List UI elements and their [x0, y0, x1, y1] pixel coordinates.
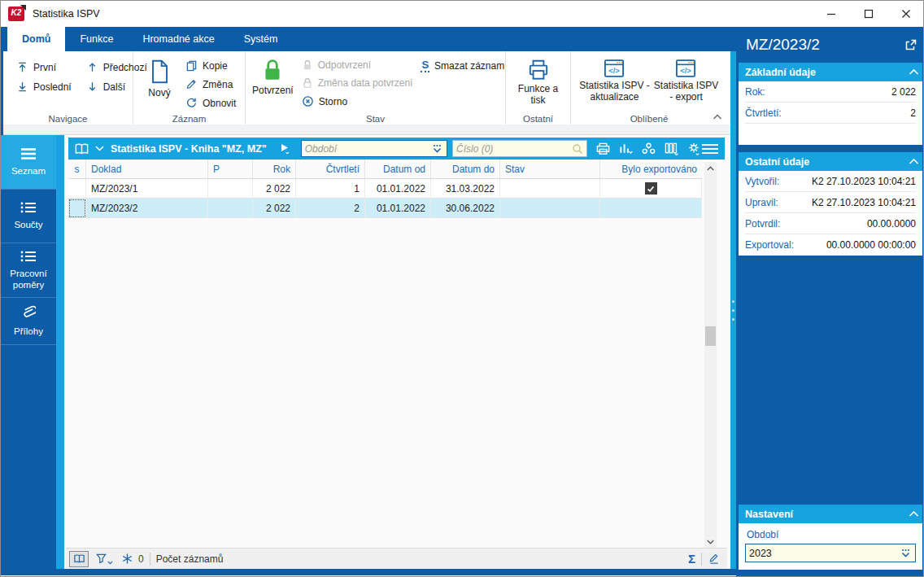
code-window-icon: </> — [674, 58, 697, 79]
collapse-section-icon[interactable] — [909, 68, 919, 76]
table-header-row: s Doklad P Rok Čtvrtletí Datum od Datum … — [68, 160, 702, 179]
col-stav[interactable]: Stav — [500, 160, 600, 178]
new-document-icon — [147, 58, 172, 85]
storno-button[interactable]: Storno — [302, 95, 413, 107]
filter-obdobi — [301, 140, 447, 157]
group-label-zaznam: Záznam — [133, 114, 245, 124]
filter-obdobi-input[interactable] — [305, 143, 431, 155]
tab-domu[interactable]: Domů — [7, 27, 65, 51]
section-ostatni-udaje: Ostatní údaje Vytvořil:K2 27.10.2023 10:… — [739, 152, 922, 256]
statistika-aktualizace-button[interactable]: </> Statistika ISPV - aktualizace — [578, 56, 652, 110]
book-icon[interactable] — [74, 142, 89, 155]
obdobi-combo — [745, 544, 916, 562]
new-button[interactable]: Nový — [140, 56, 179, 110]
settings-gear-icon[interactable] — [686, 142, 701, 155]
refresh-button[interactable]: Obnovit — [185, 97, 236, 109]
panel-splitter[interactable] — [730, 51, 736, 569]
first-button[interactable]: První — [16, 61, 72, 73]
app-window: K2 Statistika ISPV Domů Funkce Hromadné … — [0, 0, 924, 577]
close-button[interactable] — [887, 1, 924, 27]
print-icon[interactable] — [595, 142, 611, 155]
tab-system[interactable]: Systém — [229, 27, 293, 51]
sum-icon[interactable]: Σ — [688, 552, 695, 566]
scroll-down-icon[interactable] — [704, 535, 717, 548]
delete-record-button[interactable]: S Smazat záznam — [421, 59, 504, 72]
svg-text:</>: </> — [609, 67, 621, 75]
detail-panel: MZ/2023/2 Základní údaje Rok:2 022 Čtvrt… — [736, 27, 924, 577]
cancel-circle-icon — [302, 95, 314, 107]
dotted-list-icon — [20, 201, 37, 214]
collapse-section-icon[interactable] — [909, 510, 919, 518]
scroll-up-icon[interactable] — [704, 162, 717, 174]
col-ctvrtleti[interactable]: Čtvrtletí — [296, 160, 365, 178]
play-icon[interactable] — [280, 143, 290, 154]
col-datum-od[interactable]: Datum od — [365, 160, 431, 178]
combo-dropdown-icon[interactable] — [900, 548, 912, 559]
snowflake-icon[interactable] — [121, 553, 133, 565]
minimize-button[interactable] — [813, 1, 850, 27]
copy-button[interactable]: Kopie — [185, 59, 236, 72]
code-window-icon: </> — [603, 58, 625, 79]
strike-s-icon: S — [421, 59, 429, 72]
arrow-down-bar-icon — [16, 81, 28, 93]
maximize-button[interactable] — [850, 1, 887, 27]
ribbon-group-navigace: První Předchozí Poslední Další Navigace — [3, 51, 133, 125]
ribbon-group-oblibene: </> Statistika ISPV - aktualizace </> St… — [571, 51, 727, 125]
tab-hromadne-akce[interactable]: Hromadné akce — [128, 27, 229, 51]
book-view-toggle[interactable] — [69, 551, 89, 567]
lock-gray-icon — [302, 59, 313, 71]
table-row[interactable]: MZ/2023/1 2 022 1 01.01.2022 31.03.2022 — [68, 179, 702, 199]
scrollbar-thumb[interactable] — [705, 326, 716, 346]
list-icon — [20, 147, 37, 160]
col-bylo-exportovano[interactable]: Bylo exportováno — [600, 160, 702, 178]
grid-menu-icon[interactable] — [701, 143, 719, 155]
edit-button[interactable]: Změna — [185, 78, 236, 90]
sidebar-item-seznam[interactable]: Seznam — [1, 135, 56, 190]
exported-checkbox-checked[interactable] — [645, 182, 657, 195]
obdobi-field-label: Období — [747, 529, 916, 540]
lock-gray-icon — [302, 77, 313, 89]
last-button[interactable]: Poslední — [16, 81, 72, 93]
collapse-section-icon[interactable] — [909, 158, 919, 165]
tab-funkce[interactable]: Funkce — [65, 27, 128, 51]
grid-statusbar: 0 Počet záznamů Σ — [66, 548, 727, 569]
col-doklad[interactable]: Doklad — [86, 160, 208, 178]
window-title: Statistika ISPV — [33, 8, 100, 20]
ribbon-tabbar: Domů Funkce Hromadné akce Systém — [1, 27, 736, 51]
sidebar-splitter[interactable] — [56, 135, 64, 569]
k2-logo-icon: K2 — [8, 7, 24, 21]
table-row-selected[interactable]: MZ/2023/2 2 022 2 01.01.2022 30.06.2022 — [68, 199, 702, 218]
sidebar-item-pracovni-pomery[interactable]: Pracovní poměry — [1, 243, 56, 298]
pencil-icon — [185, 78, 198, 90]
functions-print-button[interactable]: Funkce a tisk — [512, 56, 564, 110]
filter-cislo-input[interactable] — [456, 143, 572, 155]
dotted-list-icon — [20, 250, 37, 263]
edit-pencil-icon[interactable] — [708, 553, 721, 565]
col-datum-do[interactable]: Datum do — [431, 160, 500, 178]
vertical-scrollbar[interactable] — [704, 162, 717, 548]
row-focus-cell[interactable] — [68, 199, 86, 218]
filter-funnel-icon[interactable] — [95, 553, 113, 565]
chart-icon[interactable] — [618, 142, 634, 155]
obdobi-combo-input[interactable] — [749, 548, 900, 559]
filter-count: 0 — [138, 553, 144, 565]
columns-icon[interactable] — [664, 142, 679, 155]
ribbon-collapse-icon[interactable] — [713, 114, 722, 120]
sidebar-item-soucty[interactable]: Součty — [1, 190, 56, 243]
col-rok[interactable]: Rok — [253, 160, 296, 178]
search-icon — [572, 143, 583, 155]
confirm-button[interactable]: Potvrzení — [252, 56, 294, 110]
chevron-down-icon[interactable] — [95, 146, 104, 151]
arrow-up-bar-icon — [16, 61, 28, 73]
record-count-label: Počet záznamů — [156, 553, 224, 565]
combo-dropdown-icon[interactable] — [431, 143, 443, 155]
col-p[interactable]: P — [208, 160, 253, 178]
sidebar-item-prilohy[interactable]: Přílohy — [1, 298, 56, 345]
statistika-export-button[interactable]: </> Statistika ISPV - export — [652, 56, 721, 110]
group-label-oblibene: Oblíbené — [571, 114, 727, 124]
ribbon-group-stav: Potvrzení Odpotvrzení Změna data potvrze… — [246, 51, 506, 125]
group-label-ostatni: Ostatní — [506, 114, 570, 124]
workflow-icon[interactable] — [641, 142, 656, 155]
open-detail-icon[interactable] — [904, 38, 917, 52]
col-s[interactable]: s — [68, 160, 86, 178]
